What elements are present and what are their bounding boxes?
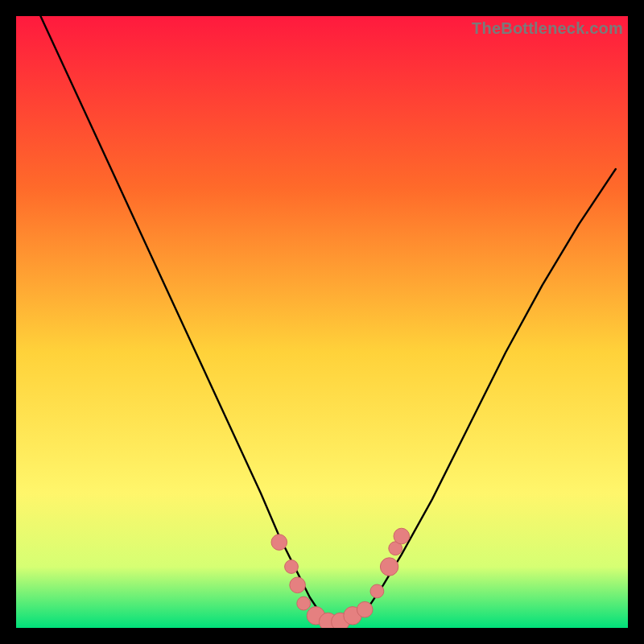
gradient-background (16, 16, 628, 628)
curve-marker (271, 535, 287, 551)
chart-frame: TheBottleneck.com (16, 16, 628, 628)
curve-marker (394, 528, 410, 544)
bottleneck-chart (16, 16, 628, 628)
curve-marker (370, 584, 384, 598)
curve-marker (297, 597, 311, 610)
curve-marker (357, 601, 373, 617)
curve-marker (380, 558, 398, 576)
watermark-label: TheBottleneck.com (472, 19, 623, 38)
curve-marker (290, 577, 306, 593)
curve-marker (285, 560, 299, 574)
